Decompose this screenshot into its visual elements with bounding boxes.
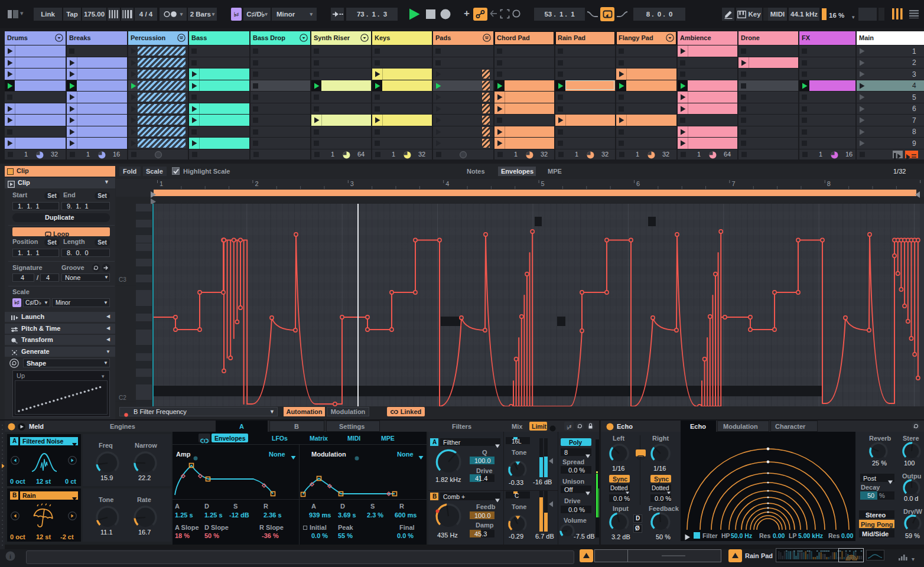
svg-text:i: i [9,553,11,560]
